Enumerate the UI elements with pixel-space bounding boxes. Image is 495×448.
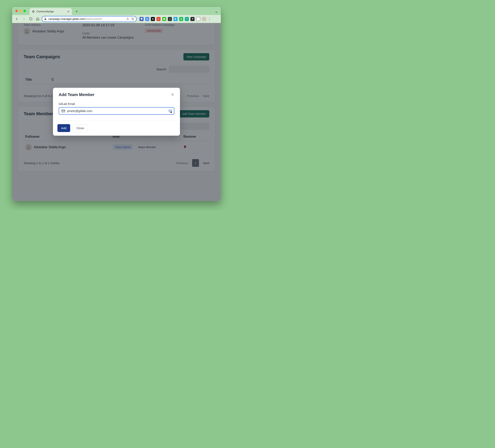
browser-menu-icon[interactable]: ⋮ [208,17,211,21]
lock-icon [44,18,47,20]
ext-icon[interactable]: ✓ [185,17,189,21]
maximize-window-button[interactable] [24,10,26,12]
profile-avatar[interactable] [202,17,206,21]
add-button[interactable]: Add [57,124,70,132]
bookmark-icon[interactable] [131,17,134,20]
extensions-group: ⛊ G N ≡ ◉ ≡ ◐ S ✓ ✦ ⋮ [139,17,211,21]
back-button[interactable] [14,16,20,22]
email-input[interactable] [67,109,169,113]
tab-strip: CommunityApp ✕ + [12,7,221,15]
minimize-window-button[interactable] [19,10,22,12]
ext-icon[interactable]: ≡ [156,17,161,21]
tab-title: CommunityApp [36,10,54,13]
close-button[interactable]: Close [73,124,88,132]
ext-icon[interactable]: ⛊ [139,17,144,21]
puzzle-icon[interactable]: ✦ [191,17,194,21]
modal-close-icon[interactable]: ✕ [171,92,174,97]
ext-icon[interactable]: ◐ [174,17,178,21]
ext-icon[interactable]: ◉ [162,17,166,21]
email-field-wrap [59,107,174,115]
share-icon[interactable] [126,17,129,20]
browser-tab[interactable]: CommunityApp ✕ [29,8,72,15]
password-manager-icon[interactable] [168,109,172,113]
ext-icon[interactable]: G [145,17,149,21]
home-button[interactable] [35,16,41,22]
ext-icon[interactable] [196,17,200,21]
url-text: campaign-manager.gitlab.com/teams/view/9 [48,17,101,20]
address-bar[interactable]: campaign-manager.gitlab.com/teams/view/9 [42,16,137,22]
mail-icon [61,109,65,112]
modal-title: Add Team Member [59,92,95,97]
globe-icon [32,10,35,13]
reload-button[interactable] [28,16,34,22]
close-window-button[interactable] [15,10,18,12]
close-tab-icon[interactable]: ✕ [67,10,69,13]
tabs-menu-icon[interactable] [215,11,218,14]
forward-button[interactable] [21,16,27,22]
ext-icon[interactable]: N [151,17,155,21]
browser-toolbar: campaign-manager.gitlab.com/teams/view/9… [12,15,221,23]
new-tab-button[interactable]: + [74,9,79,14]
ext-icon[interactable]: ≡ [168,17,172,21]
svg-point-4 [169,110,170,111]
browser-window: CommunityApp ✕ + campaign-manager.gitlab… [12,7,221,201]
add-team-member-modal: Add Team Member ✕ GitLab Email Add Close [53,88,180,136]
svg-rect-5 [170,112,172,113]
ext-icon[interactable]: S [179,17,183,21]
email-field-label: GitLab Email [59,102,174,106]
window-controls [15,10,26,12]
